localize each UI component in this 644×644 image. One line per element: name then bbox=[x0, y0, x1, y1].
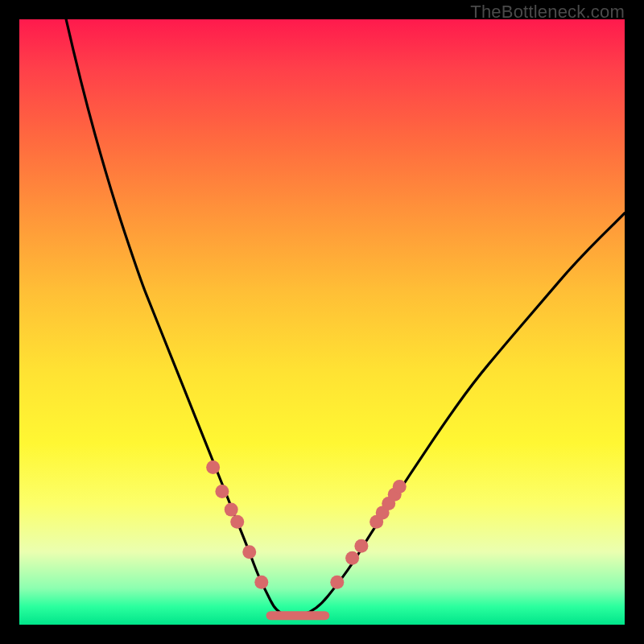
marker-dot bbox=[242, 545, 256, 559]
marker-dot bbox=[254, 576, 268, 589]
bottleneck-curve bbox=[19, 19, 625, 616]
plot-area bbox=[19, 19, 625, 625]
chart-frame: TheBottleneck.com bbox=[0, 0, 644, 644]
marker-dot bbox=[230, 515, 244, 529]
marker-dot bbox=[393, 480, 407, 493]
curve-layer bbox=[19, 19, 625, 625]
marker-dot bbox=[215, 485, 229, 498]
watermark-text: TheBottleneck.com bbox=[470, 2, 625, 23]
marker-dot bbox=[345, 551, 359, 565]
marker-dot bbox=[225, 503, 238, 517]
marker-dot bbox=[354, 539, 368, 553]
marker-dot bbox=[330, 576, 344, 589]
marker-dot bbox=[206, 460, 220, 474]
